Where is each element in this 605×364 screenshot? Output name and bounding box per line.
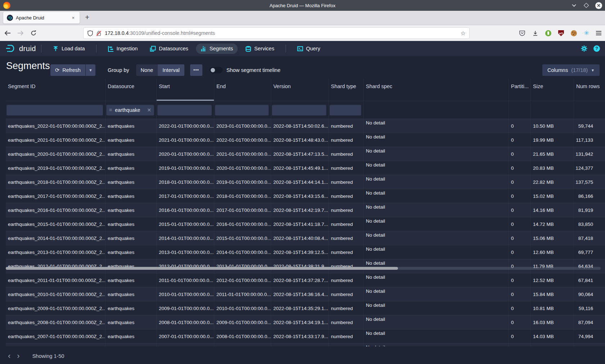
cell-shard_type[interactable]: numbered [329, 329, 364, 343]
cell-start[interactable]: 2008-01-01T00:00:00.0... [157, 315, 214, 329]
cell-end[interactable]: 2020-01-01T00:00:00.0... [214, 161, 271, 175]
previous-page-icon[interactable]: ‹ [5, 352, 14, 360]
cell-version[interactable]: 2022-08-15T14:37:28.7... [271, 273, 329, 287]
cell-start[interactable]: 2021-01-01T00:00:00.0... [157, 133, 214, 147]
cell-start[interactable]: 2009-01-01T00:00:00.0... [157, 301, 214, 315]
cell-shard_type[interactable]: numbered [329, 231, 364, 245]
cell-segment_id[interactable]: earthquakes_2008-01-01T00:00:00.000Z_2..… [6, 315, 106, 329]
cell-datasource[interactable]: earthquakes [106, 147, 157, 161]
column-header-size[interactable]: Size [531, 78, 574, 101]
column-header-datasource[interactable]: Datasource [106, 78, 157, 101]
tab-apache-druid[interactable]: Apache Druid × [3, 12, 80, 24]
window-close-icon[interactable]: ✕ [595, 2, 602, 9]
cell-start[interactable]: 2011-01-01T00:00:00.0... [157, 273, 214, 287]
cell-start[interactable]: 2016-01-01T00:00:00.0... [157, 203, 214, 217]
settings-gear-icon[interactable] [581, 45, 588, 52]
cell-shard_type[interactable]: numbered [329, 301, 364, 315]
cell-segment_id[interactable]: earthquakes_2009-01-01T00:00:00.000Z_2..… [6, 301, 106, 315]
cell-shard_type[interactable]: numbered [329, 217, 364, 231]
column-header-start[interactable]: Start [157, 78, 214, 101]
forward-icon[interactable] [15, 28, 26, 38]
cell-version[interactable]: 2022-08-15T14:35:29.1... [271, 301, 329, 315]
cell-segment_id[interactable]: earthquakes_2015-01-01T00:00:00.000Z_2..… [6, 217, 106, 231]
cell-shard_type[interactable]: numbered [329, 161, 364, 175]
cell-shard_type[interactable]: numbered [329, 259, 364, 273]
cell-end[interactable]: 2018-01-01T00:00:00.0... [214, 189, 271, 203]
column-header-version[interactable]: Version [271, 78, 329, 101]
cell-start[interactable]: 2010-01-01T00:00:00.0... [157, 287, 214, 301]
datasource-filter-tag[interactable]: =earthquake✕ [106, 105, 154, 115]
cell-start[interactable]: 2013-01-01T00:00:00.0... [157, 245, 214, 259]
more-actions-button[interactable]: ••• [190, 64, 202, 76]
filter-input-shard_type[interactable] [330, 105, 361, 115]
cell-version[interactable]: 2022-08-15T14:44:14.1... [271, 175, 329, 189]
cell-end[interactable]: 2010-01-01T00:00:00.0... [214, 301, 271, 315]
cell-segment_id[interactable]: earthquakes_2011-01-01T00:00:00.000Z_2..… [6, 273, 106, 287]
filter-input-start[interactable] [157, 105, 212, 115]
cell-start[interactable]: 2012-01-01T00:00:00.0... [157, 259, 214, 273]
cell-datasource[interactable]: earthquakes [106, 217, 157, 231]
cell-shard_type[interactable]: numbered [329, 147, 364, 161]
nav-item-datasources[interactable]: Datasources [145, 44, 193, 54]
cell-datasource[interactable]: earthquakes [106, 189, 157, 203]
cell-version[interactable]: 2022-08-15T14:36:16.4... [271, 287, 329, 301]
segment-timeline-toggle[interactable] [210, 67, 223, 73]
cell-end[interactable]: 2016-01-01T00:00:00.0... [214, 217, 271, 231]
cell-end[interactable]: 2012-01-01T00:00:00.0... [214, 273, 271, 287]
reload-icon[interactable] [28, 28, 39, 38]
cell-start[interactable]: 2017-01-01T00:00:00.0... [157, 189, 214, 203]
cookie-extension-icon[interactable] [571, 30, 577, 36]
cell-end[interactable]: 2023-01-01T00:00:00.0... [214, 119, 271, 133]
tab-close-icon[interactable]: × [70, 14, 76, 21]
cell-segment_id[interactable]: earthquakes_2017-01-01T00:00:00.000Z_2..… [6, 189, 106, 203]
cell-shard_type[interactable]: numbered [329, 287, 364, 301]
cell-version[interactable]: 2022-08-15T14:47:13.5... [271, 147, 329, 161]
menu-icon[interactable] [596, 31, 601, 35]
bookmark-star-icon[interactable]: ☆ [461, 30, 466, 37]
filter-input-version[interactable] [272, 105, 326, 115]
nav-item-query[interactable]: Query [292, 44, 325, 54]
nav-item-load-data[interactable]: Load data [48, 44, 90, 54]
cell-end[interactable]: 2008-01-01T00:00:00.0... [214, 329, 271, 343]
new-tab-button[interactable]: + [85, 13, 89, 22]
cell-version[interactable]: 2022-08-15T14:39:12.5... [271, 245, 329, 259]
cell-version[interactable]: 2022-08-15T14:42:19.7... [271, 203, 329, 217]
refresh-button[interactable]: ⟳ Refresh [50, 64, 85, 76]
window-minimize-icon[interactable] [571, 2, 577, 9]
refresh-interval-caret-button[interactable]: ▼ [86, 64, 95, 76]
cell-start[interactable]: 2014-01-01T00:00:00.0... [157, 231, 214, 245]
cell-shard_type[interactable]: numbered [329, 119, 364, 133]
horizontal-scrollbar[interactable] [6, 267, 601, 270]
cell-end[interactable]: 2009-01-01T00:00:00.0... [214, 315, 271, 329]
cell-shard_type[interactable]: numbered [329, 203, 364, 217]
column-header-shard_spec[interactable]: Shard spec [364, 78, 509, 101]
cell-start[interactable]: 2018-01-01T00:00:00.0... [157, 175, 214, 189]
cell-segment_id[interactable]: earthquakes_2018-01-01T00:00:00.000Z_2..… [6, 175, 106, 189]
cell-datasource[interactable]: earthquakes [106, 273, 157, 287]
next-page-icon[interactable]: › [14, 352, 23, 360]
cell-start[interactable]: 2015-01-01T00:00:00.0... [157, 217, 214, 231]
help-icon[interactable]: ? [593, 45, 600, 52]
cell-datasource[interactable]: earthquakes [106, 315, 157, 329]
nav-item-ingestion[interactable]: Ingestion [103, 44, 143, 54]
cell-shard_type[interactable]: numbered [329, 245, 364, 259]
cell-segment_id[interactable]: earthquakes_2019-01-01T00:00:00.000Z_2..… [6, 161, 106, 175]
cell-start[interactable]: 2007-01-01T00:00:00.0... [157, 329, 214, 343]
cell-shard_type[interactable]: numbered [329, 315, 364, 329]
cell-end[interactable]: 2017-01-01T00:00:00.0... [214, 203, 271, 217]
cell-end[interactable]: 2013-01-01T00:00:00.0... [214, 259, 271, 273]
cell-end[interactable]: 2014-01-01T00:00:00.0... [214, 245, 271, 259]
remove-filter-icon[interactable]: ✕ [147, 107, 151, 113]
cell-datasource[interactable]: earthquakes [106, 245, 157, 259]
ublock-extension-icon[interactable]: uO [558, 30, 564, 36]
cell-datasource[interactable]: earthquakes [106, 133, 157, 147]
cell-segment_id[interactable]: earthquakes_2010-01-01T00:00:00.000Z_2..… [6, 287, 106, 301]
cell-datasource[interactable]: earthquakes [106, 203, 157, 217]
cell-shard_type[interactable]: numbered [329, 189, 364, 203]
cell-datasource[interactable]: earthquakes [106, 161, 157, 175]
cell-version[interactable]: 2022-08-15T14:43:15.6... [271, 189, 329, 203]
column-header-num_rows[interactable]: Num rows [574, 78, 605, 101]
cell-segment_id[interactable]: earthquakes_2012-01-01T00:00:00.000Z_2..… [6, 259, 106, 273]
extension-asterisk-icon[interactable]: ✳ [584, 30, 589, 36]
cell-end[interactable]: 2015-01-01T00:00:00.0... [214, 231, 271, 245]
